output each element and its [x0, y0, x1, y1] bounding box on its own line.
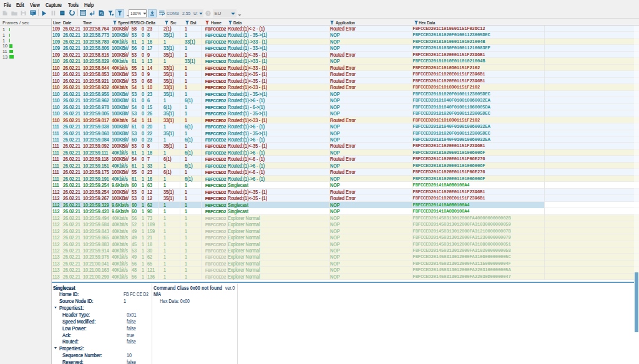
svg-text:?: ? — [207, 11, 210, 16]
